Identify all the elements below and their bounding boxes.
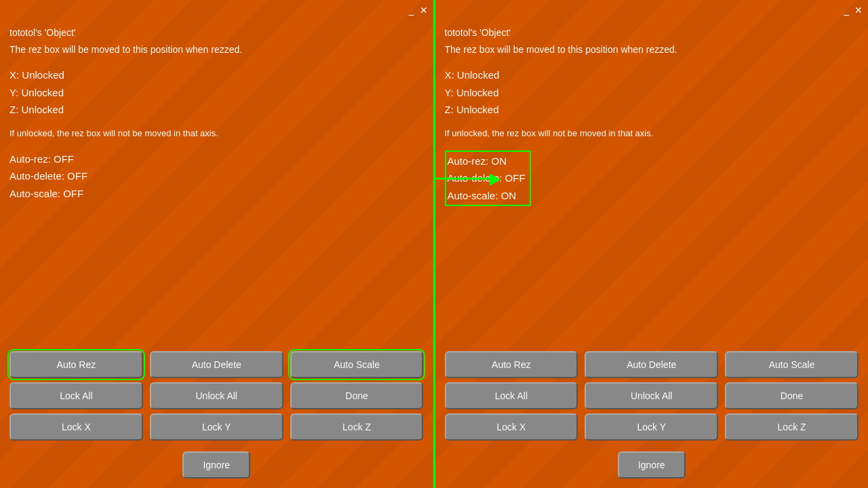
right-done-button[interactable]: Done <box>725 382 859 409</box>
right-auto-section: Auto-rez: ON Auto-delete: OFF Auto-scale… <box>445 150 859 208</box>
left-lock-z-button[interactable]: Lock Z <box>290 413 424 441</box>
right-auto-delete: Auto-delete: OFF <box>448 169 526 187</box>
right-ignore-button[interactable]: Ignore <box>618 451 686 479</box>
left-title-text: tototol's 'Object' <box>9 26 424 40</box>
left-panel: _ ✕ tototol's 'Object' The rez box will … <box>0 0 435 488</box>
left-description-text: The rez box will be moved to this positi… <box>9 43 424 57</box>
right-minimize-button[interactable]: _ <box>844 5 849 15</box>
left-lock-y-button[interactable]: Lock Y <box>150 413 283 441</box>
left-auto-delete-button[interactable]: Auto Delete <box>150 351 283 378</box>
right-buttons-area: Auto Rez Auto Delete Auto Scale Lock All… <box>435 346 869 446</box>
right-description-text: The rez box will be moved to this positi… <box>445 43 859 57</box>
right-title-text: tototol's 'Object' <box>445 26 859 40</box>
left-z-status: Z: Unlocked <box>9 101 424 119</box>
right-lock-x-button[interactable]: Lock X <box>445 413 578 441</box>
left-minimize-button[interactable]: _ <box>409 5 414 15</box>
right-auto-rez: Auto-rez: ON <box>448 152 526 170</box>
left-btn-row-3: Lock X Lock Y Lock Z <box>9 413 424 441</box>
right-auto-delete-button[interactable]: Auto Delete <box>585 351 718 378</box>
left-unlock-all-button[interactable]: Unlock All <box>150 382 283 409</box>
right-hint-text: If unlocked, the rez box will not be mov… <box>445 128 859 138</box>
right-z-status: Z: Unlocked <box>445 101 859 119</box>
left-bottom-row: Ignore <box>0 446 433 488</box>
left-close-button[interactable]: ✕ <box>420 5 428 15</box>
left-content: tototol's 'Object' The rez box will be m… <box>0 20 433 346</box>
left-auto-rez-button[interactable]: Auto Rez <box>9 351 143 378</box>
right-x-status: X: Unlocked <box>445 66 859 84</box>
left-lock-x-button[interactable]: Lock X <box>9 413 143 441</box>
right-btn-row-2: Lock All Unlock All Done <box>445 382 859 409</box>
right-close-button[interactable]: ✕ <box>854 5 863 15</box>
right-lock-y-button[interactable]: Lock Y <box>585 413 718 441</box>
right-btn-row-1: Auto Rez Auto Delete Auto Scale <box>445 351 859 378</box>
right-content: tototol's 'Object' The rez box will be m… <box>435 20 869 346</box>
right-auto-scale-button[interactable]: Auto Scale <box>725 351 859 378</box>
right-lock-z-button[interactable]: Lock Z <box>725 413 859 441</box>
right-y-status: Y: Unlocked <box>445 84 859 102</box>
right-btn-row-3: Lock X Lock Y Lock Z <box>445 413 859 441</box>
left-auto-delete: Auto-delete: OFF <box>9 167 424 185</box>
left-hint-text: If unlocked, the rez box will not be mov… <box>9 128 424 138</box>
right-title-bar: _ ✕ <box>435 0 869 20</box>
right-lock-all-button[interactable]: Lock All <box>445 382 578 409</box>
right-bottom-row: Ignore <box>435 446 869 488</box>
left-btn-row-1: Auto Rez Auto Delete Auto Scale <box>9 351 424 378</box>
right-auto-scale: Auto-scale: ON <box>448 187 526 205</box>
left-x-status: X: Unlocked <box>9 66 424 84</box>
left-y-status: Y: Unlocked <box>9 84 424 102</box>
left-status-section: X: Unlocked Y: Unlocked Z: Unlocked <box>9 66 424 119</box>
right-panel: _ ✕ tototol's 'Object' The rez box will … <box>435 0 869 488</box>
left-auto-scale-button[interactable]: Auto Scale <box>290 351 424 378</box>
right-auto-rez-button[interactable]: Auto Rez <box>445 351 578 378</box>
left-lock-all-button[interactable]: Lock All <box>9 382 143 409</box>
left-done-button[interactable]: Done <box>290 382 424 409</box>
right-status-section: X: Unlocked Y: Unlocked Z: Unlocked <box>445 66 859 119</box>
right-unlock-all-button[interactable]: Unlock All <box>585 382 718 409</box>
left-ignore-button[interactable]: Ignore <box>182 451 250 479</box>
left-buttons-area: Auto Rez Auto Delete Auto Scale Lock All… <box>0 346 433 446</box>
left-auto-rez: Auto-rez: OFF <box>9 150 424 168</box>
left-btn-row-2: Lock All Unlock All Done <box>9 382 424 409</box>
left-auto-section: Auto-rez: OFF Auto-delete: OFF Auto-scal… <box>9 150 424 203</box>
left-auto-scale: Auto-scale: OFF <box>9 185 424 203</box>
left-title-bar: _ ✕ <box>0 0 433 20</box>
